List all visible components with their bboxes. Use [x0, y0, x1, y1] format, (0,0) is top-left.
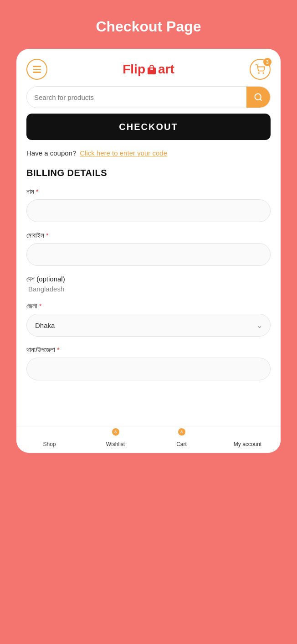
svg-rect-1	[150, 68, 153, 70]
district-label: জেলা *	[26, 302, 271, 310]
app-logo: Flip art	[123, 62, 174, 77]
country-field-group: দেশ (optional) Bangladesh	[26, 275, 271, 293]
hamburger-icon	[33, 66, 41, 73]
coupon-row: Have a coupon? Click here to enter your …	[26, 149, 271, 157]
nav-wishlist-label: Wishlist	[106, 441, 125, 447]
menu-button[interactable]	[26, 59, 47, 80]
name-required-star: *	[36, 188, 38, 195]
cart-icon	[255, 64, 265, 74]
body-content: Have a coupon? Click here to enter your …	[16, 149, 281, 426]
country-value: Bangladesh	[26, 285, 271, 293]
nav-account-label: My account	[234, 441, 261, 447]
svg-point-3	[263, 73, 264, 73]
district-select[interactable]: Dhaka Chittagong Rajshahi Khulna Sylhet …	[26, 314, 271, 337]
search-bar	[26, 86, 271, 108]
district-required-star: *	[39, 302, 41, 310]
thana-input[interactable]	[26, 358, 271, 380]
nav-item-shop[interactable]: Shop	[35, 431, 64, 447]
logo-bag-icon	[146, 63, 158, 76]
coupon-link[interactable]: Click here to enter your code	[80, 149, 167, 157]
thana-required-star: *	[57, 346, 59, 353]
wishlist-badge: 3	[112, 428, 119, 436]
district-select-wrapper: Dhaka Chittagong Rajshahi Khulna Sylhet …	[26, 314, 271, 337]
cart-nav-badge: 3	[178, 428, 185, 436]
thana-field-group: থানা/উপজেলা *	[26, 346, 271, 380]
svg-point-4	[255, 94, 261, 100]
app-header: Flip art 3	[16, 49, 281, 86]
nav-cart-label: Cart	[176, 441, 187, 447]
mobile-required-star: *	[46, 232, 48, 239]
name-label: নাম *	[26, 187, 271, 196]
name-input[interactable]	[26, 199, 271, 222]
mobile-field-group: মোবাইল *	[26, 231, 271, 266]
thana-label: থানা/উপজেলা *	[26, 346, 271, 354]
district-field-group: জেলা * Dhaka Chittagong Rajshahi Khulna …	[26, 302, 271, 337]
nav-item-account[interactable]: My account	[233, 431, 262, 447]
cart-badge: 3	[263, 58, 271, 66]
mobile-label: মোবাইল *	[26, 231, 271, 239]
name-field-group: নাম *	[26, 187, 271, 222]
cart-button[interactable]: 3	[250, 59, 271, 80]
nav-item-cart[interactable]: 3 Cart	[167, 431, 196, 447]
nav-item-wishlist[interactable]: 3 Wishlist	[101, 431, 130, 447]
search-icon	[254, 93, 263, 102]
page-title: Checkout Page	[96, 18, 201, 35]
main-card: Flip art 3 C	[16, 49, 281, 453]
svg-point-2	[258, 73, 259, 73]
nav-shop-label: Shop	[43, 441, 56, 447]
search-input[interactable]	[27, 87, 246, 108]
mobile-input[interactable]	[26, 243, 271, 266]
country-label: দেশ (optional)	[26, 275, 271, 283]
coupon-label: Have a coupon?	[26, 149, 76, 157]
search-button[interactable]	[246, 87, 270, 108]
checkout-bar[interactable]: CHECKOUT	[26, 114, 271, 140]
bottom-nav: Shop 3 Wishlist 3 Cart	[16, 426, 281, 453]
billing-title: BILLING DETAILS	[26, 168, 271, 178]
